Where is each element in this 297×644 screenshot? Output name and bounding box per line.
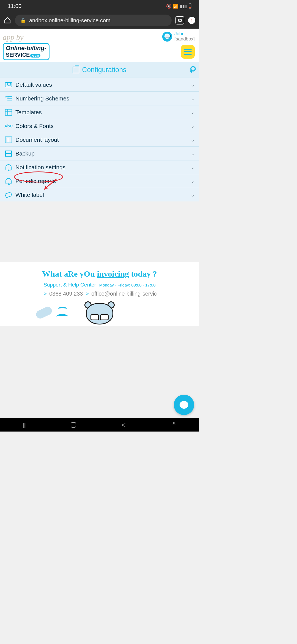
mute-icon: 🔇 xyxy=(166,4,172,9)
chevron-down-icon: ⌄ xyxy=(191,82,195,88)
logo[interactable]: Online-billing- SERVICE•com xyxy=(3,43,50,60)
row-colors-fonts[interactable]: AbC Colors & Fonts ⌄ xyxy=(0,119,199,133)
nav-accessibility-button[interactable] xyxy=(171,422,177,428)
chat-fab[interactable] xyxy=(174,395,194,415)
chevron-down-icon: ⌄ xyxy=(191,151,195,157)
config-area: Configurations Default values ⌄ Numberin… xyxy=(0,62,199,201)
tag-icon xyxy=(5,192,12,198)
browser-action-button[interactable]: ↑ xyxy=(188,17,195,24)
nav-home-button[interactable] xyxy=(71,422,76,428)
row-default-values[interactable]: Default values ⌄ xyxy=(0,78,199,91)
menu-button[interactable] xyxy=(181,45,195,59)
status-bar: 11:00 🔇 📶 ▮▮▯ xyxy=(0,0,199,12)
hamburger-icon xyxy=(184,49,192,50)
browser-home-button[interactable] xyxy=(4,17,11,24)
nav-back-button[interactable]: < xyxy=(122,421,126,429)
default-values-icon xyxy=(5,82,12,87)
chevron-down-icon: ⌄ xyxy=(191,137,195,143)
page-header: app by John [sandbox] xyxy=(0,29,199,42)
wifi-icon: 📶 xyxy=(173,4,178,9)
app-by-label: app by xyxy=(3,33,23,42)
chevron-down-icon: ⌄ xyxy=(191,123,195,129)
bell-icon xyxy=(6,164,12,170)
row-numbering-schemes[interactable]: Numbering Schemes ⌄ xyxy=(0,91,199,105)
row-notification-settings[interactable]: Notification settings ⌄ xyxy=(0,160,199,174)
numbering-icon xyxy=(5,96,12,101)
avatar-icon xyxy=(162,32,172,42)
chevron-down-icon: ⌄ xyxy=(191,164,195,170)
row-backup[interactable]: Backup ⌄ xyxy=(0,146,199,160)
user-sub: [sandbox] xyxy=(174,37,195,42)
browser-bar: 🔒 andbox.online-billing-service.com 82 ↑ xyxy=(0,12,199,29)
device-nav-bar: ||| < xyxy=(0,418,199,432)
contact-line: > 0368 409 233 > office@online-billing-s… xyxy=(3,291,196,297)
search-button[interactable] xyxy=(188,66,196,74)
url-text: andbox.online-billing-service.com xyxy=(29,17,111,24)
support-hours: Monday - Friday: 09:00 - 17:00 xyxy=(99,283,156,287)
tagline: What aRe yOu invoicing today ? xyxy=(3,269,196,279)
row-document-layout[interactable]: Document layout ⌄ xyxy=(0,133,199,146)
lock-icon: 🔒 xyxy=(20,18,26,23)
nav-recents-button[interactable]: ||| xyxy=(23,422,25,428)
configurations-icon xyxy=(73,67,79,73)
chevron-down-icon: ⌄ xyxy=(191,192,195,198)
search-icon xyxy=(190,66,196,72)
upload-arrow-icon: ↑ xyxy=(191,18,193,23)
status-time: 11:00 xyxy=(8,3,166,9)
tab-count-button[interactable]: 82 xyxy=(175,16,184,24)
chevron-down-icon: ⌄ xyxy=(191,109,195,115)
section-title-label: Configurations xyxy=(82,66,126,74)
bell-icon xyxy=(6,178,12,184)
backup-icon xyxy=(5,151,12,157)
footer: What aRe yOu invoicing today ? Support &… xyxy=(0,262,199,326)
status-icons: 🔇 📶 ▮▮▯ xyxy=(166,4,191,9)
bear-icon xyxy=(84,301,115,323)
phone-link[interactable]: 0368 409 233 xyxy=(49,291,83,297)
support-line: Support & Help Center Monday - Friday: 0… xyxy=(3,282,196,288)
chevron-down-icon: ⌄ xyxy=(191,95,195,102)
battery-icon xyxy=(189,4,191,9)
section-title: Configurations xyxy=(0,62,199,78)
signal-icon: ▮▮▯ xyxy=(180,4,187,9)
colors-fonts-icon: AbC xyxy=(4,124,13,128)
chevron-down-icon: ⌄ xyxy=(191,178,195,184)
user-block[interactable]: John [sandbox] xyxy=(162,31,195,42)
address-bar[interactable]: 🔒 andbox.online-billing-service.com xyxy=(15,15,172,26)
row-white-label[interactable]: White label ⌄ xyxy=(0,188,199,201)
row-periodic-reports[interactable]: Periodic reports ⌄ xyxy=(0,174,199,188)
empty-space xyxy=(0,201,199,262)
brand-row: Online-billing- SERVICE•com xyxy=(0,42,199,62)
mascot xyxy=(3,301,196,323)
document-layout-icon xyxy=(5,137,12,143)
email-link[interactable]: office@online-billing-servic xyxy=(91,291,157,297)
row-templates[interactable]: Templates ⌄ xyxy=(0,105,199,119)
user-name: John xyxy=(174,31,195,37)
page-content: app by John [sandbox] Online-billing- SE… xyxy=(0,29,199,326)
support-link[interactable]: Support & Help Center xyxy=(43,282,96,288)
templates-icon xyxy=(5,109,12,116)
chat-icon xyxy=(180,401,188,409)
